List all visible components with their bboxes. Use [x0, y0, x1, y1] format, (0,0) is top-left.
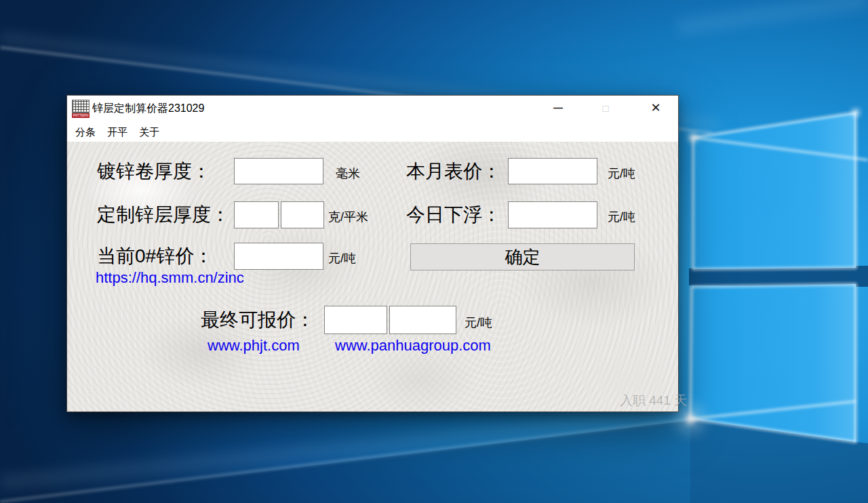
- maximize-button: □: [590, 97, 621, 119]
- menu-item-flattening[interactable]: 开平: [104, 125, 130, 140]
- today-discount-unit: 元/吨: [608, 209, 635, 225]
- phjt-link[interactable]: www.phjt.com: [208, 337, 300, 355]
- menu-item-slitting[interactable]: 分条: [73, 125, 98, 140]
- confirm-button[interactable]: 确定: [410, 243, 635, 270]
- zinc-layer-input-2[interactable]: [281, 201, 324, 228]
- coil-thickness-label: 镀锌卷厚度：: [97, 161, 211, 182]
- coil-thickness-input[interactable]: [234, 158, 323, 184]
- panhua-link[interactable]: www.panhuagroup.com: [335, 337, 491, 355]
- zinc-price-unit: 元/吨: [328, 250, 356, 266]
- coil-thickness-unit: 毫米: [336, 165, 360, 182]
- zinc-layer-unit: 克/平米: [328, 209, 368, 225]
- close-button[interactable]: ✕: [640, 97, 671, 119]
- final-quote-unit: 元/吨: [465, 315, 492, 331]
- app-icon-caption: PATTERN: [72, 113, 90, 118]
- final-quote-input-1[interactable]: [324, 306, 387, 334]
- zinc-price-reference-link[interactable]: https://hq.smm.cn/zinc: [96, 269, 244, 287]
- zinc-price-label: 当前0#锌价：: [97, 245, 213, 267]
- today-discount-label: 今日下浮：: [406, 204, 501, 226]
- title-bar[interactable]: PATTERN 锌层定制算价器231029 — □ ✕: [67, 96, 678, 123]
- tenure-watermark: 入职 441 天: [620, 392, 687, 409]
- month-price-label: 本月表价：: [406, 161, 501, 182]
- zinc-price-input[interactable]: [234, 243, 323, 270]
- minimize-button[interactable]: —: [542, 97, 574, 119]
- window-title: 锌层定制算价器231029: [92, 102, 204, 116]
- minimize-icon: —: [553, 102, 563, 113]
- menu-item-about[interactable]: 关于: [136, 125, 162, 140]
- menu-bar: 分条 开平 关于: [67, 123, 678, 142]
- month-price-unit: 元/吨: [608, 165, 635, 182]
- app-window: PATTERN 锌层定制算价器231029 — □ ✕ 分条 开平 关于 镀锌卷…: [66, 95, 679, 412]
- app-icon: PATTERN: [72, 100, 90, 118]
- close-icon: ✕: [650, 100, 660, 115]
- final-quote-input-2[interactable]: [389, 306, 456, 334]
- today-discount-input[interactable]: [508, 201, 597, 228]
- desktop: { "window": { "title": "锌层定制算价器231029", …: [0, 0, 868, 503]
- month-price-input[interactable]: [508, 158, 597, 184]
- maximize-icon: □: [602, 102, 608, 114]
- final-quote-label: 最终可报价：: [201, 309, 315, 331]
- zinc-layer-input-1[interactable]: [234, 201, 279, 228]
- pattern-grid-icon: [72, 100, 90, 113]
- zinc-layer-label: 定制锌层厚度：: [97, 204, 230, 226]
